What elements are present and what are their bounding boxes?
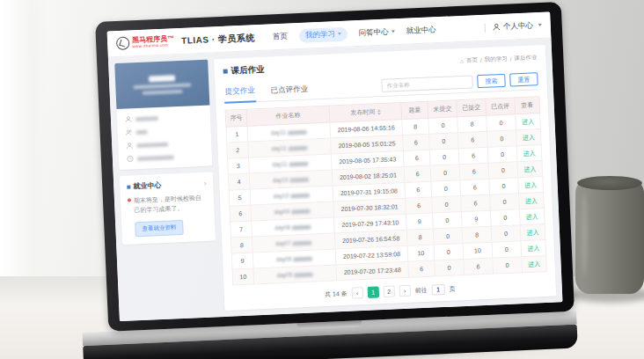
goto-unit-label: 页 <box>449 284 455 293</box>
profile-header <box>114 60 209 110</box>
blurred-homework-name: day06 <box>276 256 292 263</box>
user-menu[interactable]: 个人中心 <box>485 19 542 33</box>
blurred-text-bar <box>290 193 310 198</box>
cell-count: 6 <box>404 165 431 182</box>
cell-name: day05 <box>253 265 337 284</box>
cell-not-submitted: 0 <box>429 149 459 165</box>
enter-link[interactable]: 进入 <box>527 245 539 252</box>
col-header-index: 序号 <box>225 109 247 127</box>
prev-page-button[interactable]: ‹ <box>351 287 363 299</box>
nav-item-my-learning[interactable]: 我的学习 <box>298 26 348 42</box>
brand-logo-text: 黑马程序员™ www.itheima.com <box>132 35 175 48</box>
cell-index: 4 <box>228 173 250 190</box>
profile-info-row <box>125 126 202 136</box>
person-icon <box>493 23 501 31</box>
enter-link[interactable]: 进入 <box>525 197 538 204</box>
enter-link[interactable]: 进入 <box>522 118 534 125</box>
blurred-info-text <box>135 116 158 121</box>
cell-count: 6 <box>406 197 433 214</box>
main-nav: 首页 我的学习 问答中心 就业中心 <box>272 23 436 44</box>
page-title: 课后作业 <box>231 64 265 77</box>
cell-not-submitted: 0 <box>432 196 462 213</box>
cell-reviewed: 0 <box>491 225 521 242</box>
search-bar: 搜索 重置 <box>381 72 538 96</box>
nav-item-home[interactable]: 首页 <box>273 31 289 42</box>
enter-link[interactable]: 进入 <box>526 229 538 236</box>
app-title: TLIAS · 学员系统 <box>181 32 255 48</box>
blurred-homework-name: day11 <box>271 145 287 152</box>
nav-item-qa-label: 问答中心 <box>358 26 388 38</box>
employment-card: 就业中心 › 期末将至，是时候检验自己的学习成果了。 查看就业资料 <box>120 172 216 244</box>
enter-link[interactable]: 进入 <box>526 213 538 220</box>
chevron-right-icon: › <box>203 180 206 187</box>
brand-logo[interactable]: 黑马程序员™ www.itheima.com <box>116 34 175 50</box>
cell-count: 6 <box>408 260 435 277</box>
blurred-text-bar <box>289 177 309 182</box>
cell-submitted: 6 <box>460 179 490 195</box>
horse-logo-icon <box>116 36 130 50</box>
cell-index: 3 <box>228 158 250 174</box>
tab-reviewed-homework[interactable]: 已点评作业 <box>269 81 309 101</box>
blurred-text-bar <box>293 240 312 245</box>
page-button-2[interactable]: 2 <box>383 286 395 298</box>
pagination-total: 共 14 条 <box>325 289 348 298</box>
cell-submitted: 6 <box>458 147 488 164</box>
reset-button[interactable]: 重置 <box>509 72 538 86</box>
chevron-down-icon <box>538 24 542 26</box>
cell-action: 进入 <box>522 255 547 272</box>
cell-action: 进入 <box>517 161 543 178</box>
homework-name-input[interactable] <box>381 75 473 92</box>
goto-page-input[interactable] <box>431 284 445 296</box>
cell-action: 进入 <box>516 145 542 162</box>
web-page: 黑马程序员™ www.itheima.com TLIAS · 学员系统 首页 我… <box>107 12 563 322</box>
search-button[interactable]: 搜索 <box>477 74 506 88</box>
cell-not-submitted: 0 <box>435 260 465 276</box>
user-menu-label: 个人中心 <box>503 20 533 32</box>
cell-submitted: 8 <box>457 115 487 132</box>
breadcrumb-home[interactable]: 首页 <box>466 56 478 65</box>
breadcrumb-separator: / <box>480 57 482 63</box>
users-icon <box>125 128 132 136</box>
breadcrumb-my-learning[interactable]: 我的学习 <box>484 55 507 64</box>
breadcrumb: ⌂ 首页 / 我的学习 / 课后作业 <box>460 54 538 65</box>
page-button-1[interactable]: 1 <box>367 286 379 298</box>
next-page-button[interactable]: › <box>399 285 411 297</box>
blurred-homework-name: day08 <box>274 224 290 231</box>
cell-index: 2 <box>227 142 249 158</box>
cell-index: 9 <box>231 253 253 269</box>
laptop-screen: 黑马程序员™ www.itheima.com TLIAS · 学员系统 首页 我… <box>95 2 574 332</box>
cell-reviewed: 0 <box>490 209 520 226</box>
divider <box>485 23 486 32</box>
cell-reviewed: 0 <box>487 130 516 147</box>
nav-item-job-center[interactable]: 就业中心 <box>406 25 435 36</box>
sidebar: 就业中心 › 期末将至，是时候检验自己的学习成果了。 查看就业资料 <box>114 60 218 315</box>
blurred-text-bar <box>289 145 308 150</box>
employment-header[interactable]: 就业中心 › <box>127 179 206 192</box>
col-header-question-count: 题量 <box>401 101 428 119</box>
homework-table: 序号 作业名称 发布时间 题量 未提交 已提交 已点评 查看 <box>225 96 547 285</box>
tab-submit-homework[interactable]: 提交作业 <box>223 82 256 104</box>
sort-icon[interactable] <box>377 109 380 115</box>
view-employment-info-button[interactable]: 查看就业资料 <box>135 220 184 237</box>
enter-link[interactable]: 进入 <box>523 150 535 157</box>
clock-icon <box>127 155 134 162</box>
cell-action: 进入 <box>519 209 545 225</box>
employment-note: 期末将至，是时候检验自己的学习成果了。 <box>128 194 208 216</box>
cell-action: 进入 <box>520 224 545 241</box>
cell-index: 6 <box>230 205 252 222</box>
cell-date: 2019-07-20 17:23:48 <box>336 261 409 281</box>
cell-action: 进入 <box>516 114 541 130</box>
enter-link[interactable]: 进入 <box>528 260 540 267</box>
nav-item-qa-center[interactable]: 问答中心 <box>358 26 394 39</box>
enter-link[interactable]: 进入 <box>524 181 537 188</box>
cell-not-submitted: 0 <box>432 212 462 229</box>
cell-action: 进入 <box>519 193 545 209</box>
blue-square-bullet <box>127 185 130 188</box>
cell-action: 进入 <box>518 177 544 194</box>
brand-url: www.itheima.com <box>132 42 174 48</box>
enter-link[interactable]: 进入 <box>523 165 536 172</box>
cell-reviewed: 0 <box>487 114 516 131</box>
cell-index: 5 <box>229 189 251 206</box>
breadcrumb-separator: / <box>509 55 511 62</box>
enter-link[interactable]: 进入 <box>523 134 535 141</box>
